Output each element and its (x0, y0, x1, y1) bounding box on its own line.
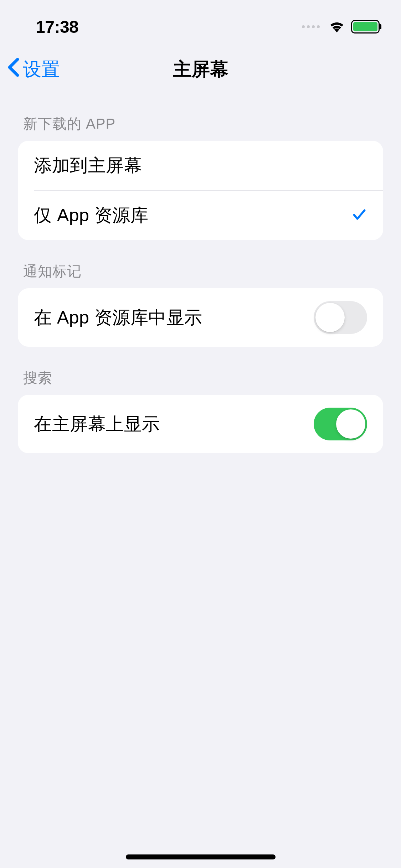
toggle-show-in-app-library[interactable] (314, 301, 367, 334)
section-header-badges: 通知标记 (18, 240, 383, 288)
status-indicators (302, 20, 380, 34)
section-header-search: 搜索 (18, 347, 383, 395)
option-add-to-home[interactable]: 添加到主屏幕 (18, 141, 383, 190)
switch-knob (315, 303, 345, 332)
list-group-badges: 在 App 资源库中显示 (18, 288, 383, 347)
status-bar: 17:38 (0, 0, 401, 46)
option-label: 添加到主屏幕 (34, 154, 142, 177)
wifi-icon (328, 20, 345, 34)
option-label: 仅 App 资源库 (34, 203, 148, 227)
section-header-new-apps: 新下载的 APP (18, 93, 383, 141)
toggle-show-on-home[interactable] (314, 408, 367, 440)
page-title: 主屏幕 (173, 57, 228, 82)
checkmark-icon (351, 207, 367, 224)
navigation-bar: 设置 主屏幕 (0, 46, 401, 93)
row-label: 在 App 资源库中显示 (34, 306, 202, 330)
option-app-library-only[interactable]: 仅 App 资源库 (34, 190, 383, 240)
battery-icon (351, 20, 380, 33)
chevron-left-icon (7, 57, 20, 82)
back-label: 设置 (23, 57, 60, 82)
list-group-new-apps: 添加到主屏幕 仅 App 资源库 (18, 141, 383, 240)
status-time: 17:38 (36, 17, 78, 37)
row-label: 在主屏幕上显示 (34, 412, 160, 436)
separator (50, 191, 383, 191)
back-button[interactable]: 设置 (7, 57, 60, 82)
switch-knob (336, 409, 365, 439)
row-show-on-home: 在主屏幕上显示 (18, 395, 383, 453)
cellular-dots-icon (302, 25, 320, 28)
home-indicator[interactable] (126, 854, 276, 859)
list-group-search: 在主屏幕上显示 (18, 395, 383, 453)
row-show-in-app-library: 在 App 资源库中显示 (18, 288, 383, 347)
